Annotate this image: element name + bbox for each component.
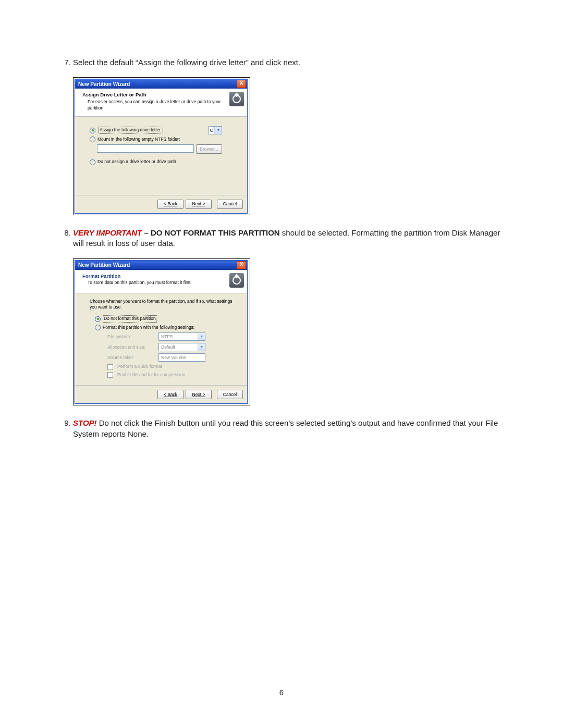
allocation-size-select[interactable]: Default ▾ bbox=[158, 343, 205, 351]
radio-no-letter[interactable] bbox=[90, 159, 95, 165]
disk-icon bbox=[229, 92, 244, 106]
close-icon[interactable]: X bbox=[237, 80, 246, 88]
next-button[interactable]: Next > bbox=[186, 390, 212, 399]
file-system-value: NTFS bbox=[159, 333, 198, 340]
file-system-select[interactable]: NTFS ▾ bbox=[158, 332, 205, 341]
titlebar: New Partition Wizard X bbox=[75, 79, 247, 89]
allocation-size-value: Default bbox=[159, 343, 198, 351]
drive-letter-dropdown[interactable]: O ▾ bbox=[209, 126, 222, 134]
back-button[interactable]: < Back bbox=[157, 390, 183, 399]
volume-label-value: New Volume bbox=[159, 354, 205, 361]
label-volume-label: Volume label: bbox=[107, 355, 154, 361]
checkbox-quick-format-label: Perform a quick format bbox=[117, 364, 162, 369]
drive-letter-value: O bbox=[209, 127, 214, 134]
back-button[interactable]: < Back bbox=[157, 200, 183, 209]
wizard-body: Choose whether you want to format this p… bbox=[75, 293, 247, 386]
banner-subtext: To store data on this partition, you mus… bbox=[88, 280, 229, 286]
close-icon[interactable]: X bbox=[237, 261, 246, 269]
label-allocation-size: Allocation unit size: bbox=[107, 344, 154, 350]
checkbox-quick-format[interactable] bbox=[107, 364, 113, 370]
radio-format-with-label: Format this partition with the following… bbox=[103, 325, 194, 330]
banner-subtext: For easier access, you can assign a driv… bbox=[88, 99, 229, 111]
radio-do-not-format-label: Do not format this partition bbox=[103, 315, 157, 322]
banner-heading: Assign Drive Letter or Path bbox=[82, 92, 229, 98]
document-page: Select the default “Assign the following… bbox=[0, 0, 563, 728]
titlebar: New Partition Wizard X bbox=[75, 261, 247, 270]
wizard-dialog-format: New Partition Wizard X Format Partition … bbox=[75, 260, 248, 404]
cancel-button[interactable]: Cancel bbox=[217, 200, 243, 209]
wizard-footer: < Back Next > Cancel bbox=[75, 195, 247, 213]
radio-mount-folder[interactable] bbox=[90, 137, 95, 142]
window-title: New Partition Wizard bbox=[78, 81, 237, 88]
volume-label-input[interactable]: New Volume bbox=[158, 353, 205, 362]
step-9: STOP! Do not click the Finish button unt… bbox=[73, 418, 506, 439]
checkbox-compression-label: Enable file and folder compression bbox=[117, 372, 185, 378]
step-7: Select the default “Assign the following… bbox=[73, 57, 506, 215]
radio-do-not-format[interactable] bbox=[95, 316, 101, 322]
cancel-button[interactable]: Cancel bbox=[217, 390, 243, 399]
step-8-bold: – DO NOT FORMAT THIS PARTITION bbox=[142, 228, 279, 237]
chevron-down-icon: ▾ bbox=[198, 343, 205, 351]
browse-button[interactable]: Browse... bbox=[196, 144, 222, 154]
banner-heading: Format Partition bbox=[82, 273, 229, 280]
wizard-footer: < Back Next > Cancel bbox=[75, 385, 247, 403]
radio-assign-letter[interactable] bbox=[90, 128, 95, 133]
radio-mount-folder-label: Mount in the following empty NTFS folder… bbox=[97, 137, 180, 142]
screenshot-frame-2: New Partition Wizard X Format Partition … bbox=[73, 258, 250, 406]
wizard-banner: Assign Drive Letter or Path For easier a… bbox=[75, 89, 247, 117]
radio-format-with[interactable] bbox=[95, 325, 101, 330]
step-8-important: VERY IMPORTANT bbox=[73, 228, 142, 237]
radio-no-letter-label: Do not assign a drive letter or drive pa… bbox=[97, 159, 176, 165]
window-title: New Partition Wizard bbox=[78, 262, 237, 269]
mount-path-input[interactable] bbox=[97, 144, 194, 153]
next-button[interactable]: Next > bbox=[186, 200, 212, 209]
chevron-down-icon: ▾ bbox=[198, 333, 205, 340]
screenshot-frame-1: New Partition Wizard X Assign Drive Lett… bbox=[73, 77, 250, 215]
page-number: 6 bbox=[0, 688, 563, 697]
format-prompt: Choose whether you want to format this p… bbox=[90, 299, 238, 311]
step-8: VERY IMPORTANT – DO NOT FORMAT THIS PART… bbox=[73, 228, 506, 405]
wizard-dialog-assign-letter: New Partition Wizard X Assign Drive Lett… bbox=[75, 79, 248, 214]
radio-assign-letter-label: Assign the following drive letter: bbox=[99, 127, 163, 133]
label-file-system: File system: bbox=[107, 334, 154, 340]
disk-icon bbox=[229, 273, 244, 288]
step-9-tail: Do not click the Finish button until you… bbox=[73, 418, 498, 438]
wizard-banner: Format Partition To store data on this p… bbox=[75, 270, 247, 293]
step-9-stop: STOP! bbox=[73, 418, 97, 427]
checkbox-compression[interactable] bbox=[107, 372, 113, 378]
wizard-body: Assign the following drive letter: O ▾ M… bbox=[75, 117, 247, 195]
instruction-list: Select the default “Assign the following… bbox=[57, 57, 506, 439]
chevron-down-icon: ▾ bbox=[214, 127, 222, 134]
step-7-text: Select the default “Assign the following… bbox=[73, 58, 300, 67]
